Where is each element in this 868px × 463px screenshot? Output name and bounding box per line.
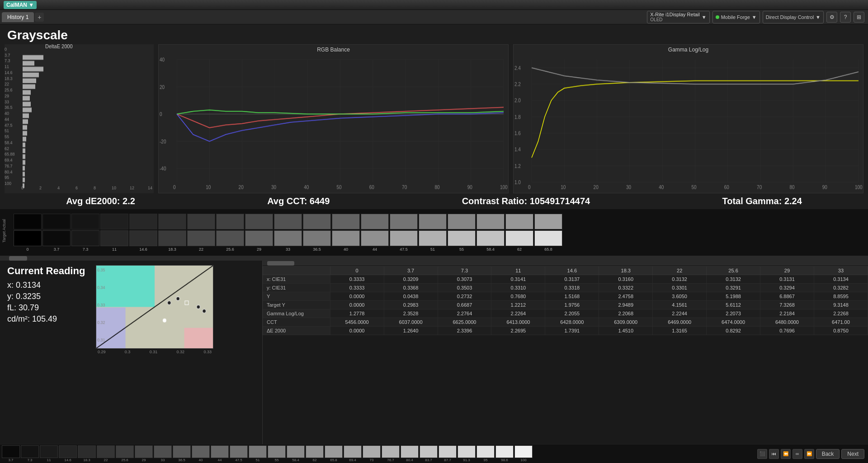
bottom-swatch-col: 73 <box>363 445 381 462</box>
table-col-header: 14.6 <box>545 267 599 275</box>
swatch-actual <box>158 230 186 246</box>
bottom-swatch-label: 62 <box>313 458 317 462</box>
bottom-swatch-label: 100 <box>520 458 526 462</box>
source-device-selector[interactable]: X-Rite i1Display Retail OLED ▼ <box>647 11 709 23</box>
bottom-swatch-box <box>458 445 476 458</box>
horizontal-scrollbar[interactable] <box>0 255 868 261</box>
table-cell: 0.3137 <box>545 275 599 284</box>
table-cell: 2.2184 <box>760 309 814 318</box>
swatch-actual <box>42 230 71 246</box>
swatch-value-label: 65.8 <box>544 247 552 252</box>
table-cell: 5456.0000 <box>330 318 384 327</box>
infinity-button[interactable]: ∞ <box>793 449 802 459</box>
display-control-selector[interactable]: Direct Display Control ▼ <box>763 11 824 23</box>
back-button[interactable]: Back <box>816 449 840 459</box>
fwd-step-button[interactable]: ⏩ <box>804 449 814 459</box>
stats-row: Avg dE2000: 2.2 Avg CCT: 6449 Contrast R… <box>0 193 868 209</box>
swatch-actual <box>14 230 42 246</box>
table-cell: 6474.0000 <box>707 318 760 327</box>
bottom-swatch-label: 22 <box>104 458 108 462</box>
swatch-target <box>332 214 360 229</box>
swatch-col: 0 <box>14 214 42 252</box>
swatch-col: 29 <box>245 214 273 252</box>
bottom-swatch-box <box>59 445 77 458</box>
table-cell: 0.3333 <box>330 284 384 292</box>
bottom-swatch-col: 22 <box>97 445 115 462</box>
settings-button[interactable]: ⚙ <box>826 12 837 23</box>
table-cell: 0.0000 <box>330 327 384 335</box>
table-body: x: CIE310.33330.32090.30730.31410.31370.… <box>263 275 868 335</box>
help-button[interactable]: ? <box>840 12 851 23</box>
table-cell: 2.2073 <box>707 309 760 318</box>
table-cell: 2.4758 <box>599 292 653 301</box>
stop-button[interactable]: ⬛ <box>757 449 767 459</box>
table-cell: 0.3160 <box>599 275 653 284</box>
table-cell: 4.1561 <box>653 301 707 309</box>
status-indicator <box>716 15 719 19</box>
calman-logo[interactable]: CalMAN ▼ <box>4 1 37 9</box>
bottom-swatch-col: 40 <box>192 445 210 462</box>
table-row: Y0.00000.04380.27320.76801.51682.47583.6… <box>263 292 868 301</box>
swatch-target <box>14 214 42 229</box>
data-table: 03.77.31114.618.32225.62933 x: CIE310.33… <box>263 266 868 335</box>
titlebar: CalMAN ▼ <box>0 0 868 10</box>
swatch-actual <box>448 230 476 246</box>
grayscale-section: Grayscale RGB Balance Gamma Log/Log Avg … <box>0 24 868 210</box>
table-cell: 0.0000 <box>330 292 384 301</box>
reading-y: y: 0.3235 <box>7 292 89 301</box>
bottom-swatch-label: 58.4 <box>292 458 299 462</box>
bottom-swatch-label: 83.7 <box>425 458 432 462</box>
swatch-value-label: 44 <box>373 247 377 252</box>
bottom-swatch-box <box>154 445 172 458</box>
table-row-label: CCT <box>263 318 330 327</box>
table-cell: 6469.0000 <box>653 318 707 327</box>
table-cell: 0.2983 <box>384 301 438 309</box>
expand-button[interactable]: ⊞ <box>854 12 864 23</box>
swatch-actual <box>274 230 302 246</box>
table-cell: 2.2244 <box>653 309 707 318</box>
bottom-swatch-label: 76.7 <box>387 458 394 462</box>
next-button[interactable]: Next <box>841 449 864 459</box>
charts-row: RGB Balance Gamma Log/Log <box>0 44 868 193</box>
prev-button[interactable]: ⏮ <box>769 449 779 459</box>
rgb-canvas <box>159 55 508 192</box>
deltae-canvas <box>5 44 154 193</box>
forge-device-selector[interactable]: Mobile Forge ▼ <box>712 11 760 23</box>
swatch-col: 40 <box>332 214 360 252</box>
swatch-value-label: 58.4 <box>486 247 495 252</box>
tab-history1[interactable]: History 1 <box>2 12 34 22</box>
rgb-balance-chart: RGB Balance <box>158 44 509 193</box>
swatch-col: 18.3 <box>158 214 186 252</box>
table-cell: 2.2695 <box>491 327 545 335</box>
bottom-swatch-label: 11 <box>47 458 51 462</box>
bottom-swatch-col: 11 <box>40 445 58 462</box>
swatch-col: 7.3 <box>71 214 99 252</box>
swatch-target <box>274 214 302 229</box>
table-cell: 2.2764 <box>438 309 491 318</box>
data-table-section[interactable]: 03.77.31114.618.32225.62933 x: CIE310.33… <box>262 261 868 444</box>
table-cell: 0.3310 <box>491 284 545 292</box>
cie-x-axis: 0.29 0.3 0.31 0.32 0.33 <box>96 349 213 355</box>
add-tab-button[interactable]: + <box>35 13 44 22</box>
table-col-header: 3.7 <box>384 267 438 275</box>
bottom-swatch-col: 80.4 <box>401 445 419 462</box>
bottom-section: Current Reading x: 0.3134 y: 0.3235 fL: … <box>0 261 868 444</box>
bottom-swatch-bar: 3.77.31114.618.32225.6293336.5404447.551… <box>0 444 868 463</box>
avg-de-stat: Avg dE2000: 2.2 <box>66 196 135 206</box>
bottom-swatch-col: 36.5 <box>173 445 191 462</box>
swatch-value-label: 55 <box>459 247 464 252</box>
table-cell: 2.2264 <box>491 309 545 318</box>
logo-text: CalMAN <box>6 2 27 8</box>
table-cell: 5.6112 <box>707 301 760 309</box>
swatch-col: 55 <box>448 214 476 252</box>
table-cell: 0.8750 <box>814 327 868 335</box>
table-row-label: y: CIE31 <box>263 284 330 292</box>
back-step-button[interactable]: ⏪ <box>781 449 791 459</box>
bottom-swatch-box <box>514 445 533 458</box>
bottom-swatch-col: 76.7 <box>382 445 400 462</box>
table-col-header: 29 <box>760 267 814 275</box>
swatch-label-target-actual: Target Actual <box>2 219 6 243</box>
bottom-swatch-col: 25.6 <box>116 445 134 462</box>
bottom-swatch-label: 98.6 <box>501 458 508 462</box>
bottom-swatch-label: 40 <box>199 458 203 462</box>
